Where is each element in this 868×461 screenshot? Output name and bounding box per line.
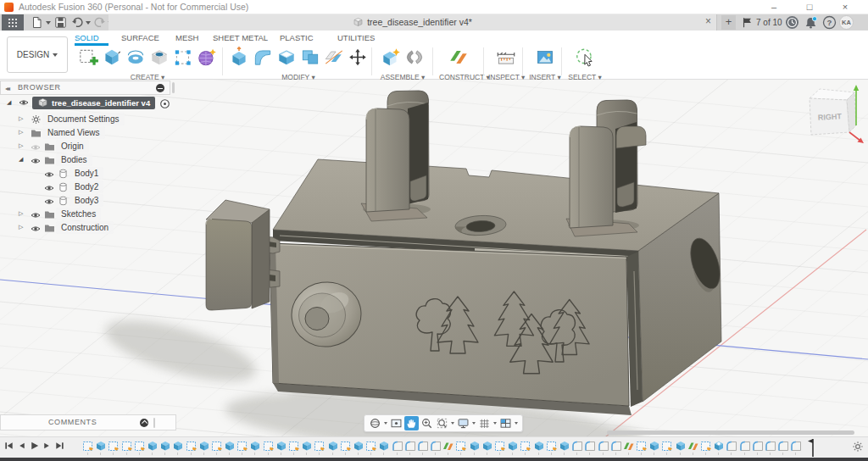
help-icon[interactable] <box>822 15 837 30</box>
expander-icon[interactable]: ▷ <box>19 142 23 149</box>
timeline-feature-fillet[interactable] <box>571 440 583 452</box>
new-component-icon[interactable] <box>380 46 402 72</box>
browser-item-label[interactable]: Body2 <box>70 181 103 193</box>
timeline-feature-extrude[interactable] <box>507 440 519 452</box>
timeline-feature-fillet[interactable] <box>598 440 609 452</box>
timeline-feature-extrude[interactable] <box>301 440 313 452</box>
workspace-tab-sheet-metal[interactable]: SHEET METAL <box>213 33 268 42</box>
eye-icon[interactable] <box>44 197 54 208</box>
timeline-feature-sketch[interactable] <box>314 440 326 452</box>
browser-root-label[interactable]: tree_disease_identifier v4 <box>32 97 155 109</box>
workspace-tab-plastic[interactable]: PLASTIC <box>280 33 314 42</box>
timeline-feature-fillet[interactable] <box>765 440 776 452</box>
browser-item-label[interactable]: Bodies <box>56 153 92 166</box>
timeline-feature-fillet[interactable] <box>430 440 442 452</box>
timeline-feature-fillet[interactable] <box>610 440 622 452</box>
timeline-feature-hole[interactable] <box>713 440 725 452</box>
timeline-feature-sketch[interactable] <box>108 440 120 452</box>
plane-icon[interactable] <box>448 46 470 72</box>
timeline-feature-sketch[interactable] <box>340 440 352 452</box>
eye-icon[interactable] <box>44 184 54 194</box>
undo-icon[interactable] <box>71 16 84 29</box>
press-pull-icon[interactable] <box>228 46 250 72</box>
timeline-feature-fillet[interactable] <box>726 440 737 452</box>
eye-icon[interactable] <box>19 98 29 108</box>
timeline-feature-sketch[interactable] <box>134 440 146 452</box>
timeline-feature-extrude[interactable] <box>159 440 171 452</box>
measure-icon[interactable] <box>495 46 517 72</box>
file-icon[interactable] <box>31 16 43 29</box>
eye-off-icon[interactable] <box>31 143 41 153</box>
zoom-icon[interactable] <box>420 416 434 430</box>
comments-bar[interactable]: COMMENTS <box>0 414 176 430</box>
play-icon[interactable] <box>29 440 40 452</box>
collapse-all-icon[interactable] <box>156 84 164 92</box>
timeline-feature-sketch[interactable] <box>365 440 377 452</box>
timeline-feature-sketch[interactable] <box>494 440 506 452</box>
combine-icon[interactable] <box>299 46 321 72</box>
timeline-feature-extrude[interactable] <box>559 440 570 452</box>
orbit-caret[interactable] <box>384 422 387 425</box>
grid-settings-caret[interactable] <box>493 422 497 425</box>
browser-item-label[interactable]: Named Views <box>42 126 105 139</box>
timeline-feature-extrude[interactable] <box>675 440 687 452</box>
timeline-feature-sketch[interactable] <box>546 440 558 452</box>
workspace-selector[interactable]: DESIGN <box>7 36 68 73</box>
timeline-feature-fillet[interactable] <box>404 440 416 452</box>
timeline-settings-gear-icon[interactable] <box>852 441 864 453</box>
timeline-feature-sketch[interactable] <box>211 440 223 452</box>
revolve-icon[interactable] <box>125 46 147 72</box>
model-post-left[interactable] <box>366 91 429 212</box>
timeline-feature-extrude[interactable] <box>249 440 261 452</box>
canvas-icon[interactable] <box>534 46 556 72</box>
timeline-feature-extrude[interactable] <box>533 440 545 452</box>
split-icon[interactable] <box>323 46 345 72</box>
browser-item-label[interactable]: Sketches <box>56 208 101 220</box>
display-settings-icon[interactable] <box>456 416 470 430</box>
collapse-panel-icon[interactable]: ◂◂ <box>5 82 8 95</box>
timeline-feature-sketch[interactable] <box>520 440 531 452</box>
browser-header[interactable]: ◂◂ BROWSER <box>0 81 170 95</box>
timeline-feature-fillet[interactable] <box>584 440 596 452</box>
viewports-icon[interactable] <box>498 416 513 430</box>
timeline-feature-fillet[interactable] <box>392 440 403 452</box>
timeline-feature-fillet[interactable] <box>739 440 751 452</box>
timeline-feature-extrude[interactable] <box>275 440 287 452</box>
timeline-feature-sketch[interactable] <box>700 440 712 452</box>
select-icon[interactable] <box>574 46 596 72</box>
timeline-feature-sketch[interactable] <box>636 440 648 452</box>
model-post-right[interactable] <box>570 100 646 228</box>
timeline-feature-extrude[interactable] <box>469 440 481 452</box>
timeline-feature-extrude[interactable] <box>224 440 236 452</box>
expander-icon[interactable]: ▷ <box>19 115 23 122</box>
eye-icon[interactable] <box>44 170 54 181</box>
form-icon[interactable] <box>196 46 218 72</box>
browser-resize-handle[interactable] <box>172 82 175 93</box>
eye-icon[interactable] <box>31 225 41 235</box>
skip-to-end-icon[interactable] <box>54 440 65 452</box>
timeline-feature-extrude[interactable] <box>95 440 107 452</box>
comments-resize-handle[interactable] <box>153 418 156 428</box>
comments-expand-icon[interactable] <box>140 419 148 427</box>
timeline-feature-plane[interactable] <box>623 440 635 452</box>
joint-icon[interactable] <box>403 46 426 72</box>
timeline-feature-extrude[interactable] <box>198 440 210 452</box>
timeline-feature-plane[interactable] <box>687 440 699 452</box>
hole-icon[interactable] <box>148 46 170 72</box>
timeline-feature-fillet[interactable] <box>790 440 802 452</box>
expander-icon[interactable]: ▷ <box>19 224 23 230</box>
document-tab[interactable]: tree_disease_identifier v4* × <box>108 14 717 31</box>
notification-bell-icon[interactable] <box>804 15 818 30</box>
expander-icon[interactable]: ▷ <box>19 129 23 136</box>
workspace-tab-utilities[interactable]: UTILITIES <box>337 33 375 42</box>
timeline-feature-extrude[interactable] <box>327 440 339 452</box>
eye-icon[interactable] <box>31 211 41 221</box>
maximize-button[interactable]: □ <box>797 0 822 14</box>
workspace-tab-mesh[interactable]: MESH <box>175 33 198 42</box>
display-settings-caret[interactable] <box>472 422 476 425</box>
sketch-create-icon[interactable] <box>77 46 99 72</box>
timeline-feature-extrude[interactable] <box>648 440 660 452</box>
clock-icon[interactable] <box>785 15 799 30</box>
file-menu-caret[interactable] <box>46 21 51 25</box>
move-icon[interactable] <box>347 46 369 72</box>
